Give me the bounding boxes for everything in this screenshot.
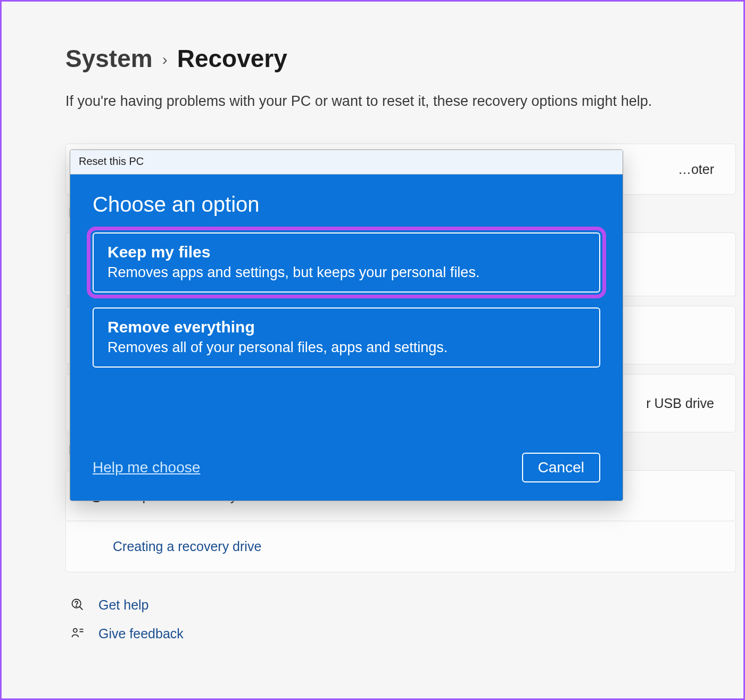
reset-this-pc-dialog: Reset this PC Choose an option Keep my f… bbox=[70, 149, 623, 501]
option-keep-my-files[interactable]: Keep my files Removes apps and settings,… bbox=[93, 232, 600, 293]
dialog-window-title: Reset this PC bbox=[79, 155, 144, 167]
chevron-right-icon: › bbox=[162, 51, 168, 69]
breadcrumb-current: Recovery bbox=[177, 44, 287, 73]
option-title: Remove everything bbox=[107, 318, 585, 336]
svg-point-3 bbox=[73, 629, 77, 632]
get-help-link[interactable]: Get help bbox=[98, 597, 149, 613]
creating-recovery-drive-link[interactable]: Creating a recovery drive bbox=[65, 521, 736, 572]
settings-recovery-page: System › Recovery If you're having probl… bbox=[0, 0, 745, 700]
feedback-icon bbox=[69, 624, 87, 643]
breadcrumb-parent[interactable]: System bbox=[65, 44, 153, 73]
cancel-button[interactable]: Cancel bbox=[522, 453, 600, 482]
footer-help-links: Get help Give feedback bbox=[65, 590, 743, 648]
page-description: If you're having problems with your PC o… bbox=[65, 91, 715, 112]
dialog-heading: Choose an option bbox=[93, 193, 600, 216]
option-title: Keep my files bbox=[107, 243, 585, 261]
option-remove-everything[interactable]: Remove everything Removes all of your pe… bbox=[93, 307, 600, 368]
give-feedback-link[interactable]: Give feedback bbox=[98, 626, 184, 641]
option-description: Removes all of your personal files, apps… bbox=[107, 339, 585, 356]
dialog-titlebar: Reset this PC bbox=[70, 150, 623, 174]
help-icon bbox=[69, 596, 87, 614]
link-creating-recovery-drive[interactable]: Creating a recovery drive bbox=[113, 539, 261, 554]
svg-point-2 bbox=[76, 606, 77, 606]
breadcrumb: System › Recovery bbox=[65, 44, 743, 73]
help-me-choose-link[interactable]: Help me choose bbox=[93, 459, 200, 476]
option-description: Removes apps and settings, but keeps you… bbox=[107, 264, 585, 281]
